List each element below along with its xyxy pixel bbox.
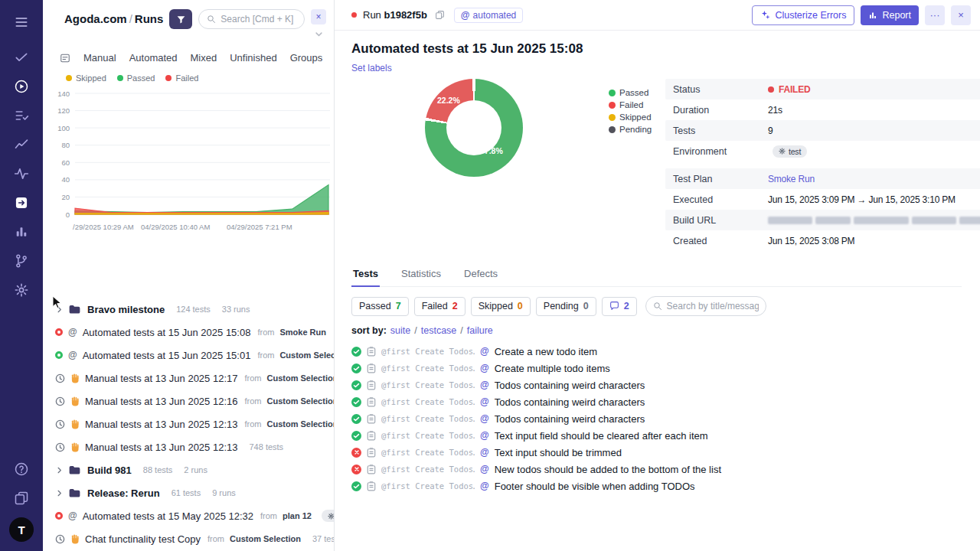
run-row[interactable]: @Automated tests at 15 Jun 2025 15:08fro…	[43, 321, 334, 344]
run-from-label: from	[260, 511, 277, 520]
tab-tests[interactable]: Tests	[351, 263, 380, 287]
test-row[interactable]: @first Create Todos…@Todos containing we…	[351, 393, 962, 410]
more-actions-button[interactable]: ···	[925, 5, 945, 25]
sort-by-failure[interactable]: failure	[467, 325, 493, 336]
filter-chip-skipped[interactable]: Skipped0	[471, 297, 531, 316]
close-panel-button[interactable]: ×	[311, 9, 326, 24]
run-row[interactable]: Manual tests at 13 Jun 2025 12:16fromCus…	[43, 390, 334, 412]
branches-nav-icon[interactable]	[8, 248, 35, 274]
clusterize-errors-button[interactable]: Clusterize Errors	[752, 5, 854, 25]
run-status-icon	[55, 351, 63, 359]
filter-chip-passed[interactable]: Passed7	[351, 297, 409, 316]
test-passed-icon	[351, 380, 361, 390]
run-from-label: from	[207, 534, 224, 543]
runs-tab-automated[interactable]: Automated	[129, 52, 178, 64]
sort-by-testcase[interactable]: testcase	[421, 325, 457, 336]
copy-run-id-button[interactable]	[433, 8, 446, 21]
test-plan-link[interactable]: Smoke Run	[768, 174, 815, 184]
tests-nav-icon[interactable]	[8, 44, 35, 70]
menu-icon[interactable]	[8, 9, 35, 35]
run-row[interactable]: Manual tests at 13 Jun 2025 12:13fromCus…	[43, 412, 334, 435]
test-plans-nav-icon[interactable]	[8, 103, 35, 129]
tab-defects[interactable]: Defects	[462, 263, 499, 286]
automated-badge[interactable]: @automated	[454, 8, 523, 23]
folder-icon	[69, 305, 80, 315]
legend-item: Failed	[165, 73, 198, 83]
run-content: Automated tests at 15 Jun 2025 15:08 Set…	[335, 31, 980, 551]
report-button[interactable]: Report	[861, 5, 919, 25]
donut-legend-item: Skipped	[609, 112, 658, 122]
detail-label: Duration	[673, 105, 768, 116]
run-row[interactable]: Chat functinality test CopyfromCustom Se…	[43, 527, 334, 550]
svg-text:80: 80	[61, 141, 70, 149]
tab-statistics[interactable]: Statistics	[400, 263, 443, 286]
chevron-down-icon[interactable]	[315, 26, 322, 40]
tests-search-input[interactable]	[667, 301, 759, 311]
analytics-nav-icon[interactable]	[8, 132, 35, 158]
settings-nav-icon[interactable]	[8, 277, 35, 303]
runs-tab-manual[interactable]: Manual	[83, 52, 116, 64]
run-row[interactable]: Manual tests at 13 Jun 2025 12:17fromCus…	[43, 367, 334, 390]
runs-tab-mixed[interactable]: Mixed	[191, 52, 217, 64]
run-row[interactable]: @Automated tests at 15 May 2025 12:32fro…	[43, 504, 334, 527]
detail-label: Test Plan	[673, 174, 768, 184]
detail-label: Tests	[673, 126, 768, 136]
testomat-logo[interactable]: T	[9, 517, 34, 542]
comment-icon	[609, 302, 619, 311]
test-row[interactable]: @first Create Todos…@Todos containing we…	[351, 410, 962, 427]
pulse-nav-icon[interactable]	[8, 161, 35, 187]
runs-filter-button[interactable]	[169, 9, 192, 29]
filter-label: Skipped	[479, 301, 513, 311]
help-icon[interactable]	[8, 456, 35, 482]
run-group-row[interactable]: Build 98188 tests2 runs	[43, 458, 334, 481]
projects-icon[interactable]	[8, 485, 35, 511]
filter-chip-pending[interactable]: Pending0	[536, 297, 596, 316]
detail-row: Build URL	[665, 210, 980, 230]
run-tests-count: 748 tests	[249, 442, 283, 452]
runs-tab-groups[interactable]: Groups	[290, 52, 323, 64]
run-row[interactable]: Manual tests at 13 Jun 2025 12:13748 tes…	[43, 435, 334, 458]
reports-nav-icon[interactable]	[8, 219, 35, 245]
folder-icon	[69, 488, 80, 498]
test-row[interactable]: @first Create Todos…@Text input field sh…	[351, 427, 962, 444]
test-row[interactable]: @first Create Todos…@Create a new todo i…	[351, 343, 962, 360]
runs-search-box[interactable]	[198, 9, 305, 29]
tests-search-box[interactable]	[645, 296, 766, 316]
at-icon: @	[461, 10, 470, 21]
svg-text:60: 60	[61, 158, 70, 167]
test-passed-icon	[351, 347, 361, 357]
run-group-row[interactable]: Bravo milestone124 tests33 runs	[43, 298, 334, 321]
runs-tab-unfinished[interactable]: Unfinished	[230, 52, 276, 64]
test-row[interactable]: @first Create Todos…@New todos should be…	[351, 461, 962, 478]
test-row[interactable]: @first Create Todos…@Footer should be vi…	[351, 478, 962, 494]
test-doc-icon	[367, 347, 376, 357]
svg-text:40: 40	[61, 175, 70, 184]
runs-search-input[interactable]	[220, 14, 296, 24]
sort-by-suite[interactable]: suite	[390, 325, 410, 336]
automated-icon: @	[480, 464, 489, 474]
filter-chip-failed[interactable]: Failed2	[414, 297, 466, 316]
folder-icon	[69, 465, 80, 475]
runs-nav-icon[interactable]	[8, 73, 35, 99]
close-run-button[interactable]: ×	[951, 5, 971, 25]
run-group-row[interactable]: Release: Rerun61 tests9 runs	[43, 481, 334, 504]
test-doc-icon	[367, 364, 376, 373]
breadcrumb-project[interactable]: Agoda.com	[64, 12, 127, 25]
test-row[interactable]: @first Create Todos…@Text input should b…	[351, 444, 962, 461]
run-from-label: from	[244, 396, 261, 406]
run-row[interactable]: @Automated tests at 15 Jun 2025 15:01fro…	[43, 344, 334, 367]
check-icon	[353, 382, 360, 389]
import-nav-icon[interactable]	[8, 190, 35, 216]
manual-hand-icon	[70, 419, 80, 429]
svg-text:04/29/2025 10:40 AM: 04/29/2025 10:40 AM	[141, 223, 210, 231]
test-title: New todos should be added to the bottom …	[495, 464, 721, 475]
svg-text:100: 100	[57, 124, 70, 132]
group-name: Bravo milestone	[87, 304, 165, 315]
runs-list: Bravo milestone124 tests33 runs@Automate…	[43, 298, 334, 550]
comments-filter-chip[interactable]: 2	[602, 297, 637, 316]
test-row[interactable]: @first Create Todos…@Create multiple tod…	[351, 360, 962, 377]
set-labels-link[interactable]: Set labels	[351, 63, 392, 73]
automated-icon: @	[480, 396, 489, 407]
automated-icon: @	[480, 346, 489, 357]
test-row[interactable]: @first Create Todos…@Todos containing we…	[351, 377, 962, 393]
